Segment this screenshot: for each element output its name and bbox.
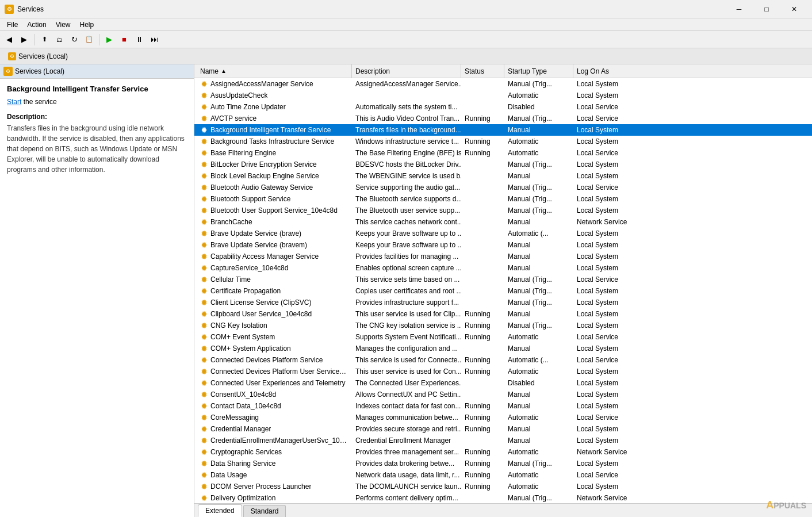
tab-standard[interactable]: Standard: [243, 505, 286, 517]
table-row[interactable]: BitLocker Drive Encryption ServiceBDESVC…: [194, 159, 812, 170]
table-row[interactable]: Data Sharing ServiceProvides data broker…: [194, 458, 812, 469]
service-icon: [200, 402, 208, 410]
service-status-cell: [461, 182, 504, 193]
table-row[interactable]: COM+ Event SystemSupports System Event N…: [194, 331, 812, 343]
table-row[interactable]: AsusUpdateCheckAutomaticLocal System: [194, 90, 812, 101]
service-name: Background Tasks Infrastructure Service: [210, 137, 334, 145]
table-row[interactable]: Cellular TimeThis service sets time base…: [194, 274, 812, 285]
bottom-tabs: Extended Standard: [194, 503, 812, 517]
table-body[interactable]: AssignedAccessManager ServiceAssignedAcc…: [194, 78, 812, 503]
service-logon-cell: Local System: [573, 366, 812, 377]
sidebar: ⚙ Services (Local) Background Intelligen…: [0, 64, 194, 517]
col-header-startup[interactable]: Startup Type: [504, 64, 573, 78]
service-startup-cell: Automatic: [504, 147, 573, 158]
service-name: ConsentUX_10e4c8d: [210, 390, 276, 399]
tab-extended[interactable]: Extended: [198, 504, 242, 517]
table-row[interactable]: CoreMessagingManages communication betwe…: [194, 412, 812, 423]
col-header-logon[interactable]: Log On As: [573, 64, 812, 78]
col-header-status[interactable]: Status: [461, 64, 504, 78]
menu-file[interactable]: File: [2, 20, 22, 30]
toolbar-up[interactable]: ⬆: [37, 33, 51, 47]
table-row[interactable]: Connected User Experiences and Telemetry…: [194, 377, 812, 389]
toolbar-forward[interactable]: ▶: [17, 33, 31, 47]
service-startup-cell: Manual (Trig...: [504, 182, 573, 193]
service-desc-cell: This user service is used for Con...: [352, 366, 461, 377]
maximize-button[interactable]: □: [753, 1, 780, 18]
service-startup-cell: Automatic (...: [504, 228, 573, 239]
table-row[interactable]: Brave Update Service (bravem)Keeps your …: [194, 239, 812, 251]
table-row[interactable]: Bluetooth Support ServiceThe Bluetooth s…: [194, 193, 812, 205]
service-icon: [200, 126, 208, 134]
toolbar-refresh[interactable]: ↻: [67, 33, 81, 47]
service-desc-cell: Transfers files in the background...: [352, 124, 461, 135]
service-desc-cell: This service sets time based on ...: [352, 274, 461, 285]
table-row[interactable]: AssignedAccessManager ServiceAssignedAcc…: [194, 78, 812, 90]
table-row[interactable]: AVCTP serviceThis is Audio Video Control…: [194, 113, 812, 124]
menu-help[interactable]: Help: [75, 20, 99, 30]
table-row[interactable]: Capability Access Manager ServiceProvide…: [194, 251, 812, 262]
service-icon: [200, 183, 208, 192]
table-row[interactable]: Contact Data_10e4c8dIndexes contact data…: [194, 400, 812, 412]
service-status-cell: Running: [461, 423, 504, 434]
table-row[interactable]: Credential ManagerProvides secure storag…: [194, 423, 812, 435]
table-row[interactable]: Base Filtering EngineThe Base Filtering …: [194, 147, 812, 159]
table-row[interactable]: CredentialEnrollmentManagerUserSvc_10e4c…: [194, 435, 812, 446]
table-row[interactable]: Background Tasks Infrastructure ServiceW…: [194, 136, 812, 147]
sidebar-start-link[interactable]: Start: [7, 98, 21, 106]
toolbar-play[interactable]: ▶: [102, 33, 116, 47]
service-name-cell: Connected Devices Platform Service: [197, 354, 352, 365]
service-name: Cellular Time: [210, 275, 251, 284]
table-row[interactable]: Auto Time Zone UpdaterAutomatically sets…: [194, 101, 812, 113]
table-row[interactable]: CaptureService_10e4c8dEnables optional s…: [194, 262, 812, 274]
service-desc-cell: This service caches network cont...: [352, 216, 461, 227]
table-row[interactable]: Bluetooth Audio Gateway ServiceService s…: [194, 182, 812, 193]
toolbar-pause[interactable]: ⏸: [132, 33, 146, 47]
table-row[interactable]: Bluetooth User Support Service_10e4c8dTh…: [194, 205, 812, 216]
app-icon: ⚙: [5, 5, 14, 14]
service-name-cell: Data Sharing Service: [197, 458, 352, 469]
table-row[interactable]: BranchCacheThis service caches network c…: [194, 216, 812, 228]
service-name-cell: Bluetooth Audio Gateway Service: [197, 182, 352, 193]
menu-action[interactable]: Action: [22, 20, 51, 30]
service-icon: [200, 172, 208, 180]
service-status-cell: [461, 124, 504, 135]
service-name-cell: Delivery Optimization: [197, 492, 352, 503]
menu-view[interactable]: View: [51, 20, 75, 30]
table-row[interactable]: Certificate PropagationCopies user certi…: [194, 285, 812, 297]
table-row[interactable]: Client License Service (ClipSVC)Provides…: [194, 297, 812, 308]
service-startup-cell: Manual: [504, 389, 573, 400]
table-row[interactable]: Clipboard User Service_10e4c8dThis user …: [194, 308, 812, 320]
table-row[interactable]: Data UsageNetwork data usage, data limit…: [194, 469, 812, 481]
service-startup-cell: Manual (Trig...: [504, 193, 573, 204]
minimize-button[interactable]: ─: [726, 1, 752, 18]
toolbar-show-hide[interactable]: 🗂: [52, 33, 66, 47]
table-row[interactable]: COM+ System ApplicationManages the confi…: [194, 343, 812, 354]
service-startup-cell: Manual: [504, 343, 573, 354]
nav-icon: ⚙: [8, 52, 16, 60]
service-icon: [200, 229, 208, 238]
close-button[interactable]: ✕: [781, 1, 807, 18]
toolbar-stop[interactable]: ■: [117, 33, 131, 47]
service-icon: [200, 356, 208, 364]
table-row[interactable]: Brave Update Service (brave)Keeps your B…: [194, 228, 812, 239]
service-desc-cell: The WBENGINE service is used b...: [352, 170, 461, 181]
table-row[interactable]: Background Intelligent Transfer ServiceT…: [194, 124, 812, 136]
service-status-cell: [461, 435, 504, 446]
table-row[interactable]: Delivery OptimizationPerforms content de…: [194, 492, 812, 503]
toolbar-props[interactable]: 📋: [82, 33, 96, 47]
table-row[interactable]: DCOM Server Process LauncherThe DCOMLAUN…: [194, 481, 812, 492]
nav-services-local[interactable]: ⚙ Services (Local): [3, 51, 72, 62]
table-row[interactable]: ConsentUX_10e4c8dAllows ConnectUX and PC…: [194, 389, 812, 400]
table-row[interactable]: Cryptographic ServicesProvides three man…: [194, 446, 812, 458]
toolbar-back[interactable]: ◀: [2, 33, 16, 47]
table-row[interactable]: CNG Key IsolationThe CNG key isolation s…: [194, 320, 812, 331]
table-row[interactable]: Connected Devices Platform ServiceThis s…: [194, 354, 812, 366]
table-row[interactable]: Connected Devices Platform User Service_…: [194, 366, 812, 377]
sidebar-content: Background Intelligent Transfer Service …: [0, 79, 194, 517]
toolbar-restart[interactable]: ⏭: [147, 33, 161, 47]
col-header-desc[interactable]: Description: [352, 64, 461, 78]
table-row[interactable]: Block Level Backup Engine ServiceThe WBE…: [194, 170, 812, 182]
col-header-name[interactable]: Name ▲: [197, 64, 352, 78]
service-startup-cell: Manual (Trig...: [504, 297, 573, 308]
service-name-cell: ConsentUX_10e4c8d: [197, 389, 352, 400]
